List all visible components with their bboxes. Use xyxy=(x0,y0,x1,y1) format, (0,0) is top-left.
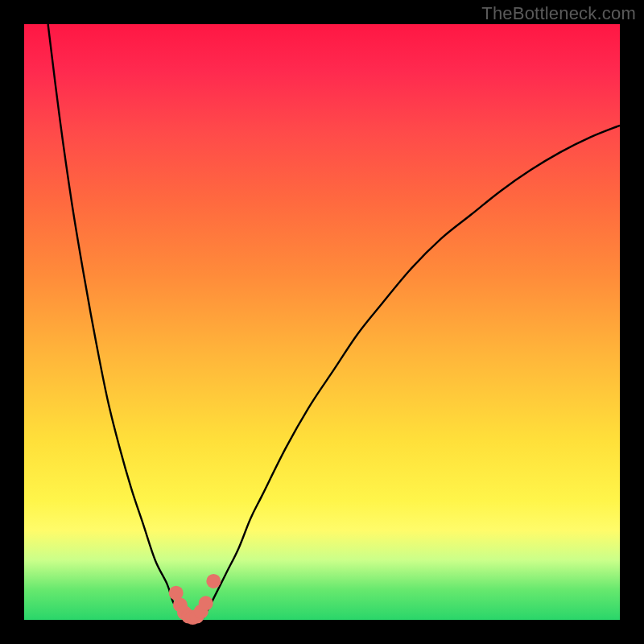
curve-left-branch xyxy=(48,24,185,618)
marker-dot xyxy=(206,574,221,588)
curve-right-branch xyxy=(203,126,620,618)
chart-frame: TheBottleneck.com xyxy=(0,0,644,644)
watermark-text: TheBottleneck.com xyxy=(481,3,636,24)
marker-dot xyxy=(199,596,213,610)
chart-svg xyxy=(24,24,620,620)
plot-area xyxy=(24,24,620,620)
